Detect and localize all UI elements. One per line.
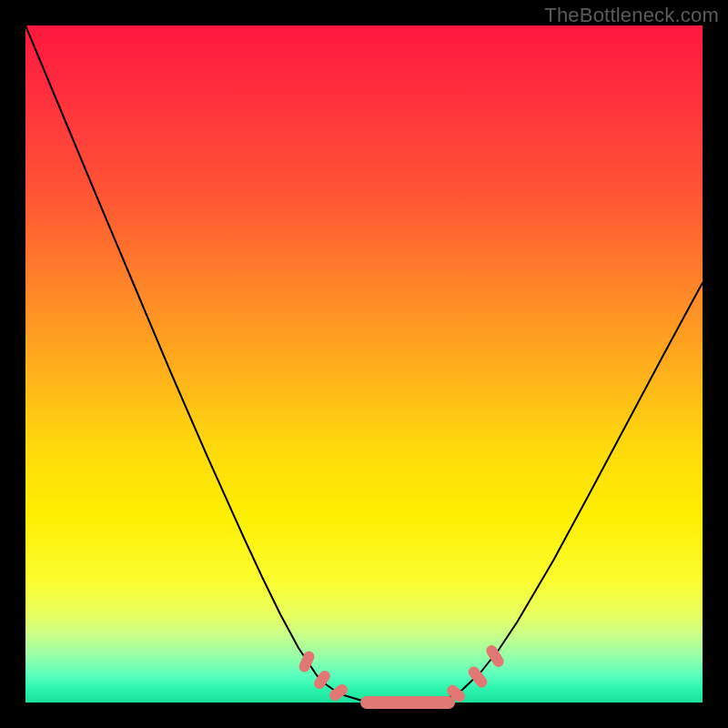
curve-left-branch [25, 25, 380, 703]
svg-rect-5 [466, 664, 489, 690]
watermark-text: TheBottleneck.com [544, 4, 719, 27]
pill-valley-bar [360, 696, 455, 709]
svg-rect-2 [328, 682, 350, 703]
pill-right-2 [466, 664, 489, 690]
pill-left-3 [328, 682, 350, 703]
outer-frame: TheBottleneck.com [0, 0, 728, 728]
curve-right-branch [444, 283, 703, 700]
bottleneck-curve-svg [25, 25, 703, 703]
plot-area [25, 25, 703, 703]
svg-rect-3 [360, 696, 455, 709]
